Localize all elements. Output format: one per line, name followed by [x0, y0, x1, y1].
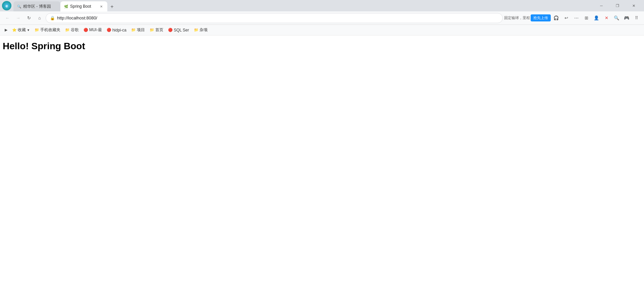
- star-icon: ⭐: [12, 28, 17, 32]
- browser-window: e 🔍 精华区 - 博客园 🌿 Spring Boot ✕ + ─ ❐ ✕: [0, 0, 644, 287]
- folder-icon-mobile: 📁: [35, 28, 39, 32]
- bookmark-home-label: 首页: [155, 27, 163, 33]
- bookmark-google-label: 谷歌: [71, 27, 79, 33]
- bookmark-sql-label: SQL Ser: [174, 28, 189, 32]
- bookmark-hidpi-label: hidpi-ca: [112, 28, 126, 32]
- folder-icon-misc: 📁: [194, 28, 199, 32]
- tab-favicon-jinghua: 🔍: [17, 4, 21, 9]
- translate-button[interactable]: 抢先上传: [531, 14, 551, 21]
- bookmark-mobile[interactable]: 📁 手机收藏夹: [33, 26, 62, 33]
- page-content: Hello! Spring Boot: [0, 35, 644, 287]
- restore-button[interactable]: ❐: [610, 0, 625, 11]
- nav-right: 固定输球，里程 抢先上传 🎧 ↩ ⋯ ⊞ 👤 ✕ 🔍 🎮 ⠿: [504, 13, 641, 23]
- window-controls: ─ ❐ ✕: [594, 0, 644, 11]
- tab-favicon-springboot: 🌿: [64, 4, 68, 9]
- folder-icon-home: 📁: [150, 28, 154, 32]
- bookmark-sql[interactable]: 🔴 SQL Ser: [166, 27, 191, 33]
- title-bar: e 🔍 精华区 - 博客园 🌿 Spring Boot ✕ + ─ ❐ ✕: [0, 0, 644, 11]
- tab-springboot[interactable]: 🌿 Spring Boot ✕: [60, 1, 107, 11]
- browser-logo: e: [2, 1, 11, 10]
- bookmark-project-label: 项目: [137, 27, 145, 33]
- home-button[interactable]: ⌂: [35, 13, 44, 23]
- more-button[interactable]: ⠿: [632, 13, 641, 23]
- bookmark-mui[interactable]: 🔴 MUI-最: [82, 26, 104, 33]
- bookmark-icon-hidpi: 🔴: [107, 28, 111, 32]
- address-bar-container[interactable]: 🔒: [46, 13, 503, 23]
- security-icon: 🔒: [50, 16, 55, 20]
- page-heading: Hello! Spring Boot: [3, 40, 641, 53]
- ad-block-button[interactable]: ✕: [602, 13, 611, 23]
- bookmark-google[interactable]: 📁 谷歌: [63, 26, 81, 33]
- bookmark-mobile-label: 手机收藏夹: [40, 27, 60, 33]
- minimize-button[interactable]: ─: [594, 0, 609, 11]
- bookmark-mui-label: MUI-最: [89, 27, 102, 33]
- close-button[interactable]: ✕: [626, 0, 641, 11]
- bookmark-favorites[interactable]: ⭐ 收藏 ▼: [10, 26, 32, 33]
- forward-button[interactable]: →: [13, 13, 23, 23]
- nav-bar: ← → ↻ ⌂ 🔒 固定输球，里程 抢先上传 🎧 ↩ ⋯ ⊞ 👤 ✕ 🔍 🎮 ⠿: [0, 11, 644, 25]
- tab-close-button[interactable]: ✕: [99, 4, 104, 9]
- bookmark-project[interactable]: 📁 项目: [129, 26, 147, 33]
- back-button[interactable]: ←: [3, 13, 12, 23]
- title-bar-left: e 🔍 精华区 - 博客园 🌿 Spring Boot ✕ +: [0, 0, 594, 11]
- bookmark-misc[interactable]: 📁 杂项: [192, 26, 210, 33]
- nav-right-text: 固定输球，里程: [504, 15, 530, 20]
- bookmarks-bar: ▶ ⭐ 收藏 ▼ 📁 手机收藏夹 📁 谷歌 🔴 MUI-最 🔴 hidpi-ca…: [0, 25, 644, 35]
- chevron-down-icon: ▼: [27, 28, 30, 32]
- search-button[interactable]: 🔍: [612, 13, 621, 23]
- undo-button[interactable]: ↩: [561, 13, 571, 23]
- folder-icon-project: 📁: [131, 28, 136, 32]
- qr-button[interactable]: ⊞: [582, 13, 591, 23]
- new-tab-button[interactable]: +: [107, 2, 117, 11]
- game-button[interactable]: 🎮: [622, 13, 631, 23]
- bookmark-hidpi[interactable]: 🔴 hidpi-ca: [105, 27, 128, 33]
- bookmark-home[interactable]: 📁 首页: [148, 26, 165, 33]
- bookmark-icon-sql: 🔴: [168, 28, 173, 32]
- tabs-container: 🔍 精华区 - 博客园 🌿 Spring Boot ✕ +: [13, 0, 594, 11]
- address-input[interactable]: [57, 15, 498, 20]
- settings-button[interactable]: ⋯: [572, 13, 581, 23]
- folder-icon-google: 📁: [65, 28, 70, 32]
- bookmark-icon-mui: 🔴: [84, 28, 88, 32]
- bookmarks-expand-button[interactable]: ▶: [3, 27, 9, 33]
- refresh-button[interactable]: ↻: [24, 13, 34, 23]
- headphone-button[interactable]: 🎧: [551, 13, 561, 23]
- bookmark-favorites-label: 收藏: [18, 27, 26, 33]
- tab-jinghua[interactable]: 🔍 精华区 - 博客园: [13, 1, 60, 11]
- account-button[interactable]: 👤: [592, 13, 601, 23]
- tab-label-springboot: Spring Boot: [70, 4, 97, 9]
- bookmark-misc-label: 杂项: [200, 27, 208, 33]
- tab-label-jinghua: 精华区 - 博客园: [23, 4, 57, 9]
